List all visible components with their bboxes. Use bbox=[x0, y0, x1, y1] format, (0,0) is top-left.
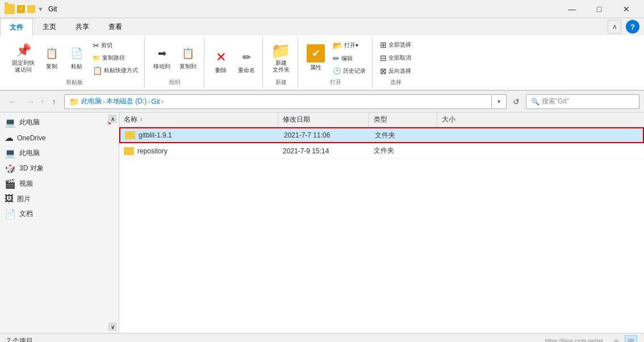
sidebar-scroll-up[interactable]: ∧ bbox=[108, 115, 116, 123]
new-folder-button[interactable]: 📁 新建文件夹 bbox=[269, 40, 294, 76]
sidebar-item-3d[interactable]: 🎲 3D 对象 bbox=[0, 161, 119, 176]
column-size[interactable]: 大小 bbox=[437, 112, 644, 127]
back-button[interactable]: ← bbox=[5, 94, 20, 109]
folder-icon-2 bbox=[124, 147, 134, 155]
sidebar-item-computer[interactable]: 💻 此电脑 bbox=[0, 145, 119, 161]
search-placeholder: 搜索"Git" bbox=[542, 97, 569, 106]
file-name-repository: repository bbox=[119, 147, 278, 155]
open-button[interactable]: 📂 打开▾ bbox=[330, 39, 369, 52]
refresh-button[interactable]: ↺ bbox=[509, 94, 524, 109]
window-title: Git bbox=[48, 5, 559, 13]
select-none-button[interactable]: ⊟ 全部取消 bbox=[377, 52, 414, 64]
delete-button[interactable]: ✕ 删除 bbox=[209, 47, 233, 77]
file-name-gitblit: gitblit-1.9.1 bbox=[120, 131, 279, 139]
select-group-label: 选择 bbox=[390, 78, 402, 86]
watermark-text: https://blog.csdn.net/wi... bbox=[545, 338, 608, 342]
ribbon-content: 📌 固定到快速访问 📋 复制 📄 粘贴 ✂ 剪切 📁 复制路径 bbox=[0, 35, 644, 91]
forward-button[interactable]: → bbox=[23, 94, 39, 109]
ribbon-group-clipboard: 📌 固定到快速访问 📋 复制 📄 粘贴 ✂ 剪切 📁 复制路径 bbox=[5, 37, 145, 87]
history-button[interactable]: 🕐 历史记录 bbox=[330, 65, 369, 77]
sidebar-item-this-pc[interactable]: 💻 此电脑 📌 bbox=[0, 115, 119, 130]
file-type-repository: 文件夹 bbox=[369, 146, 437, 156]
sidebar-item-onedrive[interactable]: ☁ OneDrive bbox=[0, 130, 119, 145]
docs-icon: 📄 bbox=[5, 208, 16, 219]
onedrive-icon: ☁ bbox=[5, 132, 14, 143]
item-count: 2 个项目 bbox=[7, 336, 33, 342]
move-to-button[interactable]: ➡ 移动到 bbox=[149, 43, 174, 73]
sidebar: ∧ 💻 此电脑 📌 ☁ OneDrive 💻 此电脑 🎲 3D 对象 🎬 视频 … bbox=[0, 112, 119, 333]
new-group-label: 新建 bbox=[275, 78, 287, 86]
ribbon-collapse-button[interactable]: ∧ bbox=[608, 20, 621, 34]
main-content: ∧ 💻 此电脑 📌 ☁ OneDrive 💻 此电脑 🎲 3D 对象 🎬 视频 … bbox=[0, 112, 644, 333]
sidebar-item-pictures[interactable]: 🖼 图片 bbox=[0, 191, 119, 206]
invert-selection-button[interactable]: ⊠ 反向选择 bbox=[377, 65, 414, 77]
sidebar-scroll-down[interactable]: ∨ bbox=[108, 323, 116, 331]
computer-icon: 💻 bbox=[5, 117, 16, 128]
rename-button[interactable]: ✏ 重命名 bbox=[234, 47, 259, 77]
computer2-icon: 💻 bbox=[5, 148, 16, 159]
organize-group-label: 组织 bbox=[169, 78, 181, 86]
file-list-header: 名称 ↑ 修改日期 类型 大小 bbox=[119, 112, 644, 127]
file-row-gitblit[interactable]: gitblit-1.9.1 2021-7-7 11:06 文件夹 bbox=[119, 127, 644, 143]
maximize-button[interactable]: □ bbox=[586, 1, 612, 17]
breadcrumb-git[interactable]: Git bbox=[151, 98, 160, 106]
ribbon-group-select: ⊞ 全部选择 ⊟ 全部取消 ⊠ 反向选择 选择 bbox=[374, 37, 417, 87]
tab-share[interactable]: 共享 bbox=[66, 18, 99, 35]
tab-home[interactable]: 主页 bbox=[33, 18, 66, 35]
column-date[interactable]: 修改日期 bbox=[278, 112, 369, 127]
minimize-button[interactable]: — bbox=[559, 1, 585, 17]
paste-shortcut-button[interactable]: 📋 粘贴快捷方式 bbox=[90, 64, 141, 77]
ribbon-group-delete: ✕ 删除 ✏ 重命名 bbox=[206, 37, 263, 87]
title-bar-icons: ✔ ▼ bbox=[5, 4, 44, 14]
copy-button[interactable]: 📋 复制 bbox=[40, 43, 64, 73]
address-dropdown-button[interactable]: ▾ bbox=[492, 94, 507, 109]
column-type[interactable]: 类型 bbox=[369, 112, 437, 127]
title-bar: ✔ ▼ Git — □ ✕ bbox=[0, 0, 644, 18]
select-all-button[interactable]: ⊞ 全部选择 bbox=[377, 39, 414, 51]
file-row-repository[interactable]: repository 2021-7-9 15:14 文件夹 bbox=[119, 143, 644, 159]
sidebar-item-video[interactable]: 🎬 视频 bbox=[0, 176, 119, 191]
pictures-icon: 🖼 bbox=[5, 194, 14, 204]
title-controls: — □ ✕ bbox=[559, 1, 639, 17]
file-date-gitblit: 2021-7-7 11:06 bbox=[279, 131, 370, 139]
address-path[interactable]: 📁 此电脑 › 本地磁盘 (D:) › Git › bbox=[64, 94, 492, 109]
cut-button[interactable]: ✂ 剪切 bbox=[90, 39, 141, 52]
ribbon-group-new: 📁 新建文件夹 新建 bbox=[264, 37, 298, 87]
status-bar: 2 个项目 https://blog.csdn.net/wi... ≡ ⊞ bbox=[0, 333, 644, 342]
close-button[interactable]: ✕ bbox=[613, 1, 639, 17]
copy-path-button[interactable]: 📁 复制路径 bbox=[90, 52, 141, 64]
paste-button[interactable]: 📄 粘贴 bbox=[65, 43, 89, 73]
open-group-label: 打开 bbox=[330, 78, 341, 86]
up-button[interactable]: ↑ bbox=[46, 94, 62, 109]
video-icon: 🎬 bbox=[5, 178, 16, 189]
pin-to-quickaccess-button[interactable]: 📌 固定到快速访问 bbox=[8, 40, 39, 76]
search-box[interactable]: 🔍 搜索"Git" bbox=[526, 94, 639, 109]
address-bar: ← → ▾ ↑ 📁 此电脑 › 本地磁盘 (D:) › Git › ▾ ↺ 🔍 … bbox=[0, 91, 644, 112]
ribbon-tabs: 文件 主页 共享 查看 ∧ ? bbox=[0, 18, 644, 35]
ribbon-group-open: ✔ 属性 📂 打开▾ ✏ 编辑 🕐 历史记录 打开 bbox=[299, 37, 373, 87]
breadcrumb-computer[interactable]: 此电脑 bbox=[81, 97, 102, 106]
sidebar-item-docs[interactable]: 📄 文档 bbox=[0, 206, 119, 222]
tab-view[interactable]: 查看 bbox=[99, 18, 132, 35]
column-name[interactable]: 名称 ↑ bbox=[119, 112, 278, 127]
file-type-gitblit: 文件夹 bbox=[370, 131, 438, 140]
list-view-button[interactable]: ≡ bbox=[610, 335, 622, 343]
breadcrumb-disk[interactable]: 本地磁盘 (D:) bbox=[106, 97, 147, 106]
file-date-repository: 2021-7-9 15:14 bbox=[278, 147, 369, 155]
copy-to-button[interactable]: 📋 复制到 bbox=[175, 43, 200, 73]
properties-button[interactable]: ✔ 属性 bbox=[303, 41, 329, 74]
file-list: 名称 ↑ 修改日期 类型 大小 gitblit-1.9.1 2021-7-7 1… bbox=[119, 112, 644, 333]
folder-icon bbox=[125, 131, 135, 139]
tab-file[interactable]: 文件 bbox=[0, 18, 33, 36]
detail-view-button[interactable]: ⊞ bbox=[625, 335, 637, 343]
edit-button[interactable]: ✏ 编辑 bbox=[330, 52, 369, 65]
3d-icon: 🎲 bbox=[5, 163, 16, 174]
ribbon-group-organize: ➡ 移动到 📋 复制到 组织 bbox=[146, 37, 204, 87]
clipboard-group-label: 剪贴板 bbox=[66, 78, 83, 86]
help-button[interactable]: ? bbox=[626, 20, 639, 34]
